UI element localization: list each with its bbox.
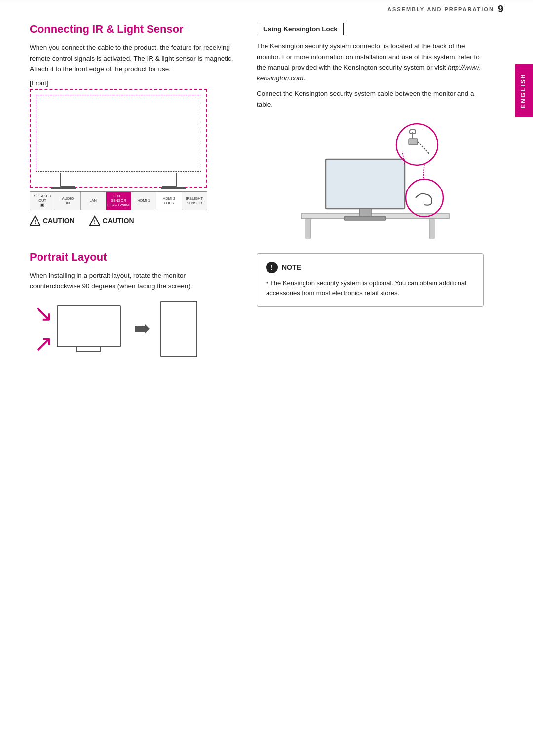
caution-label-2: CAUTION bbox=[103, 217, 134, 225]
port-bar: SPEAKEROUT▣ AUDIOIN LAN PIXELSENSOR3.3V–… bbox=[30, 191, 207, 210]
page-header: ASSEMBLY AND PREPARATION 9 bbox=[0, 0, 533, 18]
caution-row: ! CAUTION ! CAUTION bbox=[30, 215, 237, 226]
svg-marker-4 bbox=[135, 324, 150, 334]
svg-text:!: ! bbox=[94, 219, 96, 225]
kensington-illustration bbox=[286, 115, 454, 243]
svg-rect-8 bbox=[326, 159, 405, 209]
section2-body: When installing in a portrait layout, ro… bbox=[30, 270, 237, 292]
caution-badge-2: ! CAUTION bbox=[89, 215, 134, 226]
foot-left bbox=[51, 187, 76, 189]
landscape-monitor bbox=[57, 305, 121, 347]
caution-badge-1: ! CAUTION bbox=[30, 215, 75, 226]
port-hdmi1: HDMI 1 bbox=[131, 192, 156, 210]
caution-label-1: CAUTION bbox=[43, 217, 75, 225]
note-box: ! NOTE • The Kensington security system … bbox=[257, 253, 484, 307]
landscape-stand bbox=[76, 347, 101, 352]
svg-text:!: ! bbox=[34, 219, 36, 225]
portrait-section: Portrait Layout When installing in a por… bbox=[30, 251, 237, 357]
port-lan: LAN bbox=[81, 192, 106, 210]
svg-line-17 bbox=[423, 164, 424, 179]
section2-title: Portrait Layout bbox=[30, 251, 237, 264]
english-tab: ENGLISH bbox=[515, 64, 533, 117]
subsection-label: Using Kensington Lock bbox=[263, 25, 338, 33]
monitor-inner-border bbox=[36, 95, 201, 172]
section1-title: Connecting IR & Light Sensor bbox=[30, 23, 237, 36]
right-arrow-icon bbox=[131, 319, 151, 339]
front-label: [Front] bbox=[30, 79, 237, 87]
svg-rect-12 bbox=[409, 139, 418, 145]
monitor-diagram bbox=[30, 89, 207, 188]
curved-arrow-down-icon: ↙ bbox=[34, 302, 53, 325]
port-pixel-sensor: PIXELSENSOR3.3V–0.25mA bbox=[106, 192, 131, 210]
page-number: 9 bbox=[498, 3, 503, 15]
note-icon: ! bbox=[266, 262, 278, 273]
caution-icon-2: ! bbox=[89, 215, 100, 226]
note-label: NOTE bbox=[282, 264, 301, 271]
note-header: ! NOTE bbox=[266, 262, 474, 273]
kensington-body2: Connect the Kensington security system c… bbox=[257, 88, 484, 110]
section-label: ASSEMBLY AND PREPARATION bbox=[387, 6, 494, 12]
curved-arrow-up-icon: ↗ bbox=[34, 332, 53, 356]
svg-rect-6 bbox=[306, 219, 311, 238]
kensington-body1: The Kensington security system connector… bbox=[257, 41, 484, 83]
section1-body: When you connect the cable to the produc… bbox=[30, 42, 237, 75]
svg-rect-7 bbox=[429, 219, 434, 238]
portrait-diagram: ↙ ↗ bbox=[30, 301, 237, 357]
main-content: Connecting IR & Light Sensor When you co… bbox=[0, 23, 533, 357]
kensington-svg bbox=[286, 115, 454, 243]
stand-left bbox=[60, 173, 75, 187]
right-column: Using Kensington Lock The Kensington sec… bbox=[257, 23, 503, 357]
left-column: Connecting IR & Light Sensor When you co… bbox=[30, 23, 237, 357]
svg-rect-10 bbox=[344, 216, 386, 220]
caution-icon-1: ! bbox=[30, 215, 40, 226]
port-hdmi2: HDMI 2/ OPS bbox=[156, 192, 182, 210]
stand-right bbox=[162, 173, 177, 187]
subsection-box: Using Kensington Lock bbox=[257, 23, 344, 35]
portrait-monitor bbox=[160, 301, 197, 357]
port-speaker: SPEAKEROUT▣ bbox=[30, 192, 55, 210]
svg-point-15 bbox=[406, 179, 443, 217]
port-audio: AUDIOIN bbox=[55, 192, 80, 210]
note-text: • The Kensington security system is opti… bbox=[266, 278, 474, 299]
foot-right bbox=[161, 187, 186, 189]
port-irlight: IR&LIGHTSENSOR bbox=[182, 192, 207, 210]
